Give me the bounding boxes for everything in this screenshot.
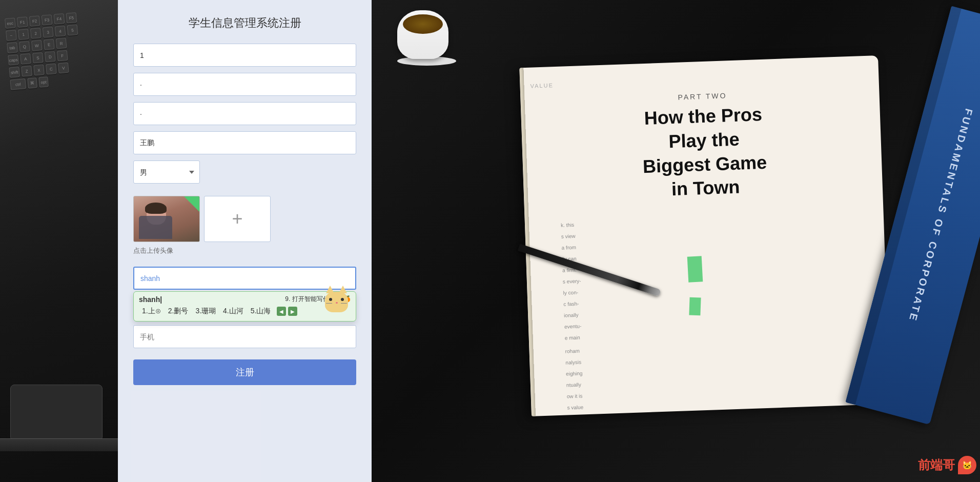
- candidate-5[interactable]: 5.山海: [248, 306, 274, 317]
- keyboard-background: escF1F2F3 F4F5 ~123 45 tabQWE R capsASD …: [0, 0, 118, 482]
- avatar-section: + 点击上传头像: [133, 196, 356, 263]
- add-icon: +: [232, 208, 242, 230]
- field-3-input[interactable]: [133, 102, 356, 125]
- sticky-note-2: [689, 297, 701, 316]
- field-2-input[interactable]: [133, 73, 356, 96]
- form-title: 学生信息管理系统注册: [189, 15, 301, 31]
- watermark-icon: 🐱: [958, 456, 976, 474]
- candidate-2[interactable]: 2.删号: [165, 306, 192, 317]
- ime-mascot: [320, 284, 353, 317]
- book-text: k. this s view a from lly can a firm. s …: [561, 211, 861, 416]
- ime-next-button[interactable]: ▶: [288, 307, 297, 316]
- name-input[interactable]: [133, 131, 356, 154]
- ime-candidates: 1.上⊙ 2.删号 3.珊瑚 4.山河 5.山海 ◀ ▶: [139, 306, 351, 317]
- sticky-note-1: [687, 256, 703, 282]
- book-title: How the Pros Play the Biggest Game in To…: [557, 99, 852, 206]
- upload-label: 点击上传头像: [133, 246, 356, 255]
- register-button[interactable]: 注册: [133, 359, 356, 385]
- candidate-3[interactable]: 3.珊瑚: [192, 306, 219, 317]
- phone-input[interactable]: [133, 325, 356, 348]
- ime-prev-button[interactable]: ◀: [277, 307, 286, 316]
- field-1-input[interactable]: [133, 44, 356, 67]
- gender-select[interactable]: 男 女: [133, 160, 200, 184]
- ime-input-display: shanh|: [139, 295, 162, 304]
- candidate-4[interactable]: 4.山河: [220, 306, 247, 317]
- candidate-1[interactable]: 1.上⊙: [139, 306, 164, 317]
- ime-popup: shanh| 9. 打开智能写作助手 🍊: [133, 291, 356, 322]
- avatar-preview: [133, 196, 200, 242]
- ime-container: shanh| 9. 打开智能写作助手 🍊: [133, 267, 356, 290]
- form-panel: 学生信息管理系统注册 男 女: [118, 0, 372, 482]
- watermark: 前端哥 🐱: [918, 456, 976, 474]
- desk-background: PART TWO How the Pros Play the Biggest G…: [372, 0, 980, 482]
- ime-navigation: ◀ ▶: [277, 307, 297, 316]
- open-book: PART TWO How the Pros Play the Biggest G…: [519, 55, 890, 416]
- coffee-cup: [397, 10, 459, 72]
- avatar-add-button[interactable]: +: [204, 196, 271, 242]
